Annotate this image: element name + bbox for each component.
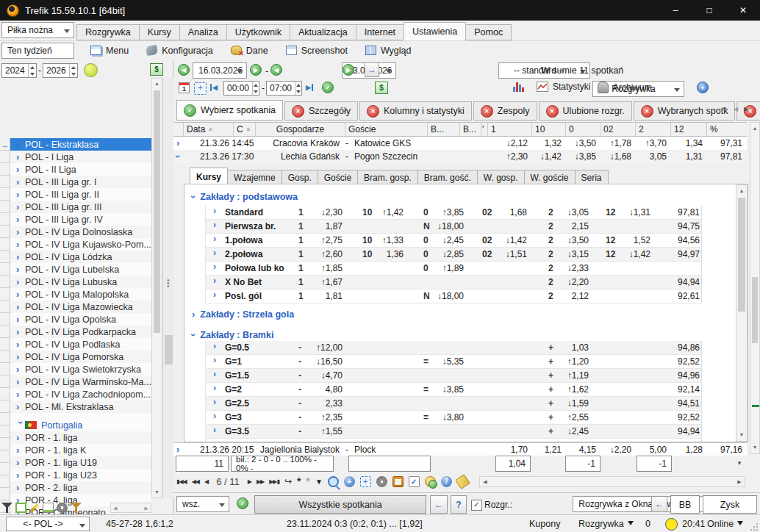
col-tick[interactable]: ' bbox=[481, 123, 488, 136]
resize-grip[interactable] bbox=[750, 522, 759, 531]
wsz-select[interactable]: wsz. bbox=[176, 496, 229, 512]
last-record-icon[interactable]: ▶▶▮ bbox=[269, 478, 279, 485]
apply-dates-button[interactable]: → bbox=[365, 62, 379, 77]
chevron-icon[interactable] bbox=[16, 316, 25, 323]
date-to-next-icon[interactable]: ▶ bbox=[343, 64, 354, 76]
period-select[interactable]: Ten tydzień bbox=[1, 43, 74, 59]
chevron-icon[interactable] bbox=[16, 391, 25, 398]
skip-end-icon[interactable]: ▶ bbox=[306, 84, 313, 91]
calendar-icon[interactable]: 1 bbox=[179, 82, 190, 93]
chevron-icon[interactable] bbox=[16, 303, 25, 311]
section-header[interactable]: Zakłady : Strzela gola bbox=[192, 308, 294, 320]
rozgr-checkbox[interactable]: ✓ bbox=[471, 500, 482, 511]
scrollbar-thumb[interactable] bbox=[154, 90, 160, 333]
prev-page-icon[interactable]: ◀◀ bbox=[192, 478, 199, 485]
odds-row[interactable]: G=1.5 -↓4,70 +↑1,19 94,96 bbox=[205, 369, 702, 383]
filter-tab[interactable]: Wybranych spotk bbox=[634, 101, 736, 121]
tag-icon[interactable] bbox=[455, 474, 470, 489]
odds-row[interactable]: Standard 1↓2,30 10↑1,42 0↑3,85 021,68 2↓… bbox=[205, 206, 702, 220]
chevron-right-icon[interactable] bbox=[173, 445, 179, 455]
money-icon[interactable] bbox=[150, 63, 163, 76]
scroll-left-icon[interactable]: ◀ bbox=[480, 477, 490, 486]
chevron-icon[interactable] bbox=[16, 204, 25, 211]
country-nav-select[interactable]: <- POL -> bbox=[6, 517, 90, 531]
chevron-right-icon[interactable] bbox=[213, 356, 216, 364]
league-row[interactable]: POL - IV Liga Lódzka bbox=[10, 251, 151, 263]
chevron-right-icon[interactable] bbox=[213, 249, 216, 257]
odds-row[interactable]: X No Bet 1↑1,67 2↓2,20 94,94 bbox=[205, 276, 702, 290]
date-to-prev-icon[interactable]: ◀ bbox=[270, 64, 282, 76]
odds-row[interactable]: Posl. gól 11,81 N↓18,00 22,12 92,61 bbox=[205, 290, 702, 303]
col-b2[interactable]: B... bbox=[460, 123, 481, 136]
chevron-right-icon[interactable] bbox=[213, 263, 216, 271]
chevron-icon[interactable] bbox=[16, 328, 25, 336]
league-row[interactable]: POL - IV Liga Lubelska bbox=[10, 263, 151, 276]
league-row[interactable]: POR - 1. liga U19 bbox=[10, 456, 151, 469]
section-header[interactable]: Zakłady : podstawowa bbox=[192, 190, 298, 203]
spin-up-icon[interactable] bbox=[29, 64, 36, 71]
chevron-right-icon[interactable] bbox=[213, 221, 216, 229]
scroll-right-icon[interactable]: ▶ bbox=[145, 503, 148, 513]
match-row[interactable]: 21.3.26 14:45 Cracovia Kraków -Katowice … bbox=[173, 137, 747, 150]
league-row[interactable]: POL - IV Liga Swietokrzyska bbox=[10, 363, 151, 375]
first-record-icon[interactable]: ▮◀◀ bbox=[176, 478, 187, 485]
col-0[interactable]: 0 bbox=[566, 123, 601, 136]
chevron-icon[interactable] bbox=[16, 254, 25, 261]
league-row[interactable]: POL - IV Liga Zachodniopom... bbox=[10, 388, 151, 400]
league-row[interactable]: Portugalia bbox=[10, 419, 151, 431]
filter-tab[interactable]: Zespoly bbox=[473, 101, 537, 121]
report-icon[interactable] bbox=[392, 476, 404, 487]
toolbar-button[interactable]: Menu bbox=[82, 42, 137, 60]
odds-row[interactable]: 1.połowa 1↑2,75 10↑1,33 0↓2,45 02↓1,42 2… bbox=[205, 234, 702, 248]
move-icon[interactable]: + bbox=[360, 476, 371, 487]
apply-time-icon[interactable]: ✓ bbox=[322, 82, 334, 93]
scroll-down-icon[interactable]: ▼ bbox=[736, 430, 747, 440]
online-status[interactable]: Online bbox=[707, 519, 743, 529]
col-data[interactable]: Data≡ bbox=[184, 123, 234, 136]
funnel-icon[interactable] bbox=[71, 503, 82, 513]
asterisk-dim-icon[interactable]: * bbox=[306, 475, 309, 487]
zoom-icon[interactable] bbox=[328, 476, 339, 487]
league-row[interactable]: POL - IV Liga Warminsko-Ma... bbox=[10, 375, 151, 388]
odds-row[interactable]: G=2 -4,80 =↓3,85 +↑1,62 92,14 bbox=[205, 383, 702, 397]
league-row[interactable]: POL - IV Liga Kujawsko-Pom... bbox=[10, 238, 151, 251]
league-row[interactable]: POL - IV Liga Pomorska bbox=[10, 351, 151, 363]
col-c[interactable]: C≡ bbox=[234, 123, 256, 136]
menu-tab[interactable]: Internet bbox=[356, 24, 404, 40]
toolbar-button[interactable]: Konfiguracja bbox=[137, 42, 222, 60]
menu-tab[interactable]: Aktualizacja bbox=[290, 24, 356, 40]
sidebar-splitter[interactable]: ••• bbox=[162, 78, 174, 498]
league-row[interactable]: POL - Ekstraklasa bbox=[10, 138, 151, 151]
row-overflow-icon[interactable]: ▼ bbox=[736, 460, 742, 467]
chevron-right-icon[interactable] bbox=[213, 370, 216, 378]
league-row[interactable]: POL - III Liga gr. II bbox=[10, 188, 151, 201]
filter-icon[interactable] bbox=[1, 503, 12, 513]
section-header[interactable]: Zakłady : Bramki bbox=[192, 328, 273, 341]
league-row[interactable]: POL - Ml. Ekstraklasa bbox=[10, 400, 151, 413]
menu-tab[interactable]: Rozgrywka bbox=[76, 24, 140, 40]
chevron-icon[interactable] bbox=[16, 191, 25, 198]
help-icon[interactable]: ? bbox=[441, 476, 452, 487]
chevron-icon[interactable] bbox=[16, 141, 25, 148]
scroll-down-icon[interactable]: ▼ bbox=[750, 442, 759, 453]
chevron-icon[interactable] bbox=[17, 421, 24, 430]
confirm-icon[interactable]: ✓ bbox=[237, 497, 248, 509]
league-row[interactable]: POR - 1. liga U23 bbox=[10, 469, 151, 481]
menu-tab[interactable]: Ustawienia bbox=[404, 22, 466, 40]
chevron-down-icon[interactable] bbox=[174, 155, 182, 158]
sport-select[interactable]: Piłka nożna bbox=[1, 22, 74, 38]
league-row[interactable]: POL - I Liga bbox=[10, 151, 151, 163]
scroll-up-icon[interactable]: ▲ bbox=[152, 79, 162, 89]
stake2-input[interactable]: -1 bbox=[637, 456, 672, 472]
odds-row[interactable]: Pierwsza br. 11,87 N↓18,00 22,15 94,75 bbox=[205, 220, 702, 234]
tree-hscrollbar[interactable]: ◀ ▶ bbox=[110, 503, 151, 513]
chevron-icon[interactable] bbox=[16, 472, 25, 479]
balance-input[interactable]: bil.: 2 - 0 - 0 .. 100% - 0% - bbox=[231, 456, 334, 472]
odds-row[interactable]: G=3.5 -↑1,55 +↓2,45 94,94 bbox=[205, 425, 702, 439]
col-home[interactable]: Gospodarze bbox=[256, 123, 345, 136]
toolbar-button[interactable]: Dane bbox=[222, 42, 277, 60]
col-10[interactable]: 10 bbox=[532, 123, 566, 136]
layout-icon[interactable] bbox=[15, 503, 26, 513]
league-row[interactable]: POL - IV Liga Opolska bbox=[10, 313, 151, 326]
filter-tab[interactable]: Ulubione rozgr. bbox=[539, 101, 632, 121]
